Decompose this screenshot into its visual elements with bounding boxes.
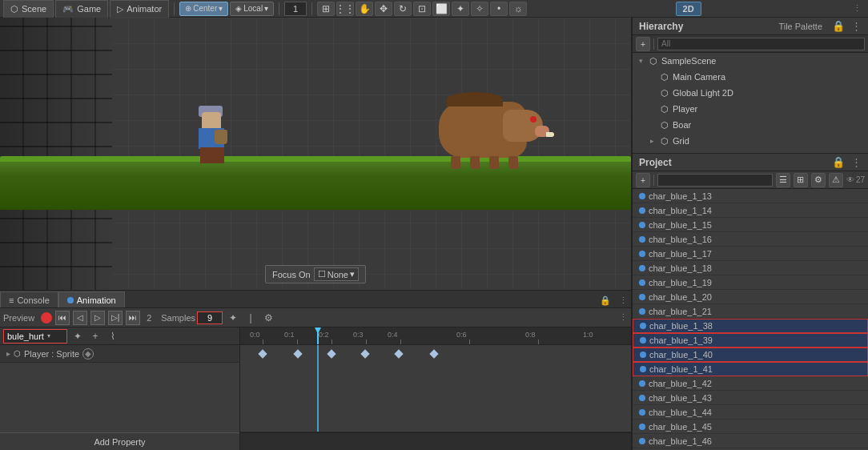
timeline-scrollbar[interactable] bbox=[240, 432, 631, 450]
proj-item-char20[interactable]: char_blue_1_20 bbox=[633, 290, 868, 304]
track-keys-area[interactable] bbox=[240, 345, 631, 432]
char-legs bbox=[200, 147, 224, 163]
anim-settings-btn[interactable]: ⚙ bbox=[261, 311, 275, 325]
mode-2d-btn[interactable]: 2D bbox=[676, 2, 701, 16]
keyframe-4[interactable] bbox=[360, 349, 369, 358]
proj-item-char40[interactable]: char_blue_1_40 bbox=[633, 348, 868, 362]
samples-group: Samples bbox=[161, 311, 223, 324]
transform-tool[interactable]: ✦ bbox=[452, 2, 469, 16]
light-icon: ⬡ bbox=[661, 88, 669, 98]
char-head bbox=[202, 112, 221, 130]
add-event-btn[interactable]: | bbox=[243, 311, 258, 325]
hier-search-input[interactable] bbox=[657, 38, 865, 50]
tab-scene[interactable]: ⬡ Scene bbox=[3, 0, 54, 18]
tree-global-light[interactable]: ▾ ⬡ Global Light 2D bbox=[633, 85, 868, 101]
player-label: Player bbox=[673, 104, 697, 114]
proj-item-char14[interactable]: char_blue_1_14 bbox=[633, 203, 868, 218]
tab-animation[interactable]: Animation bbox=[58, 291, 125, 307]
rect-tool[interactable]: ⬜ bbox=[432, 2, 450, 16]
move-tool[interactable]: ✥ bbox=[375, 2, 392, 16]
add-key-btn[interactable]: ✦ bbox=[226, 311, 240, 325]
focus-dropdown[interactable]: ☐ None ▾ bbox=[314, 267, 359, 281]
add-property-btn[interactable]: Add Property bbox=[0, 433, 239, 451]
keyframe-1[interactable] bbox=[258, 349, 267, 358]
proj-item-char39[interactable]: char_blue_1_39 bbox=[633, 333, 868, 348]
tab-console[interactable]: ≡ Console bbox=[0, 291, 58, 307]
proj-item-char19[interactable]: char_blue_1_19 bbox=[633, 275, 868, 290]
next-frame-btn[interactable]: ▷| bbox=[108, 311, 123, 325]
proj-more-icon[interactable]: ⋮ bbox=[851, 156, 862, 168]
clip-curves-btn[interactable]: ⌇ bbox=[106, 329, 120, 344]
play-btn[interactable]: ▷ bbox=[90, 311, 105, 325]
scene-viewport[interactable]: Focus On ☐ None ▾ bbox=[0, 18, 631, 290]
hier-lock-icon[interactable]: 🔒 bbox=[832, 20, 845, 32]
proj-filter-btn[interactable]: ☰ bbox=[776, 173, 790, 187]
grid-btn[interactable]: ⊞ bbox=[317, 2, 335, 16]
toolbar-more[interactable]: ⋮ bbox=[850, 3, 865, 14]
tick-0-8 bbox=[538, 340, 539, 344]
local-btn[interactable]: ◈ Local ▾ bbox=[230, 2, 274, 16]
scene-label: SampleScene bbox=[661, 56, 717, 66]
proj-item-char46[interactable]: char_blue_1_46 bbox=[633, 434, 868, 448]
hand-tool[interactable]: ✋ bbox=[356, 2, 373, 16]
proj-item-char18[interactable]: char_blue_1_18 bbox=[633, 261, 868, 275]
proj-item-char17[interactable]: char_blue_1_17 bbox=[633, 247, 868, 261]
proj-item-char21[interactable]: char_blue_1_21 bbox=[633, 304, 868, 319]
hierarchy-tree[interactable]: ▾ ⬡ SampleScene ▾ ⬡ Main Camera ▾ ⬡ Glob… bbox=[633, 53, 868, 153]
proj-item-char15[interactable]: char_blue_1_15 bbox=[633, 218, 868, 232]
clip-add-btn[interactable]: + bbox=[88, 329, 102, 344]
scale-tool[interactable]: ⊡ bbox=[413, 2, 431, 16]
proj-col-btn[interactable]: ⊞ bbox=[794, 173, 808, 187]
focus-checkbox[interactable]: ☐ bbox=[318, 269, 326, 279]
panel-more[interactable]: ⋮ bbox=[616, 294, 631, 307]
tab-game[interactable]: 🎮 Game bbox=[55, 0, 108, 18]
clip-select[interactable]: bule_hurt ▾ bbox=[3, 329, 67, 344]
skip-start-btn[interactable]: ⏮ bbox=[55, 311, 70, 325]
snap-btn[interactable]: ⋮⋮ bbox=[336, 2, 354, 16]
keyframe-2[interactable] bbox=[293, 349, 302, 358]
tree-boar[interactable]: ▾ ⬡ Boar bbox=[633, 117, 868, 133]
proj-item-char13[interactable]: char_blue_1_13 bbox=[633, 189, 868, 203]
keyframe-5[interactable] bbox=[394, 349, 403, 358]
project-search-input[interactable] bbox=[657, 174, 773, 187]
tab-animator[interactable]: ▷ Animator bbox=[110, 0, 169, 18]
lock-icon[interactable]: 🔒 bbox=[595, 294, 616, 307]
hier-add-btn[interactable]: + bbox=[636, 37, 650, 51]
proj-lock-icon[interactable]: 🔒 bbox=[832, 156, 845, 168]
proj-dot bbox=[640, 366, 646, 372]
proj-item-char16[interactable]: char_blue_1_16 bbox=[633, 232, 868, 247]
proj-item-char38[interactable]: char_blue_1_38 bbox=[633, 319, 868, 333]
center-btn[interactable]: ⊕ Center ▾ bbox=[179, 2, 228, 16]
tile-palette-btn[interactable]: Tile Palette bbox=[778, 22, 822, 31]
clip-settings-btn[interactable]: ✦ bbox=[70, 329, 85, 344]
prev-frame-btn[interactable]: ◁ bbox=[73, 311, 87, 325]
tree-sample-scene[interactable]: ▾ ⬡ SampleScene bbox=[633, 53, 868, 69]
tree-grid[interactable]: ▸ ⬡ Grid bbox=[633, 133, 868, 149]
keyframe-3[interactable] bbox=[327, 349, 336, 358]
anim-more[interactable]: ⋮ bbox=[619, 312, 628, 323]
proj-item-char43[interactable]: char_blue_1_43 bbox=[633, 391, 868, 405]
rotate-tool[interactable]: ↻ bbox=[394, 2, 412, 16]
toolbar-number: 1 bbox=[284, 2, 307, 16]
custom-tool[interactable]: ✧ bbox=[471, 2, 488, 16]
tree-player[interactable]: ▾ ⬡ Player bbox=[633, 101, 868, 117]
proj-warn-btn[interactable]: ⚠ bbox=[829, 173, 843, 187]
record-btn[interactable] bbox=[41, 312, 52, 323]
dot-tool[interactable]: • bbox=[490, 2, 508, 16]
track-add-key-btn[interactable]: ◆ bbox=[82, 348, 94, 360]
keyframe-6[interactable] bbox=[429, 349, 438, 358]
track-expand-icon: ▸ bbox=[6, 349, 10, 358]
timeline-ruler[interactable]: 0:0 0:1 0:2 0:3 0:4 0:6 0: bbox=[240, 327, 631, 345]
sun-tool[interactable]: ☼ bbox=[509, 2, 527, 16]
project-list[interactable]: char_blue_1_13 char_blue_1_14 char_blue_… bbox=[633, 189, 868, 450]
proj-item-char41[interactable]: char_blue_1_41 bbox=[633, 362, 868, 376]
proj-item-char45[interactable]: char_blue_1_45 bbox=[633, 420, 868, 434]
tree-main-camera[interactable]: ▾ ⬡ Main Camera bbox=[633, 69, 868, 85]
proj-settings-btn[interactable]: ⚙ bbox=[811, 173, 826, 187]
proj-item-char42[interactable]: char_blue_1_42 bbox=[633, 376, 868, 391]
proj-item-char44[interactable]: char_blue_1_44 bbox=[633, 405, 868, 420]
samples-input[interactable] bbox=[197, 311, 223, 324]
hier-more-icon[interactable]: ⋮ bbox=[851, 20, 862, 32]
proj-add-btn[interactable]: + bbox=[636, 173, 650, 187]
skip-end-btn[interactable]: ⏭ bbox=[126, 311, 140, 325]
